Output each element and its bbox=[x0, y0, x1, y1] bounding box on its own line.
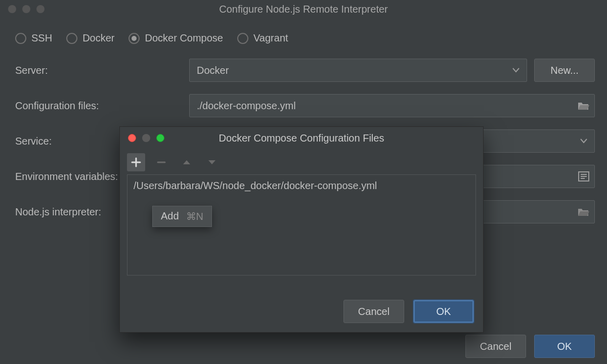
tooltip-label: Add bbox=[161, 210, 179, 222]
label-config-files: Configuration files: bbox=[15, 100, 182, 112]
radio-label: Docker bbox=[82, 32, 114, 44]
plus-icon bbox=[131, 157, 141, 167]
traffic-minimize-icon[interactable] bbox=[22, 5, 30, 13]
row-config-files: Configuration files: ./docker-compose.ym… bbox=[15, 94, 595, 118]
traffic-lights bbox=[128, 134, 164, 142]
add-button[interactable] bbox=[127, 153, 145, 171]
radio-ssh[interactable]: SSH bbox=[15, 32, 52, 44]
chevron-down-icon bbox=[512, 68, 519, 73]
dialog-ok-button[interactable]: OK bbox=[413, 300, 474, 323]
config-files-input[interactable]: ./docker-compose.yml bbox=[189, 94, 595, 117]
window-titlebar: Configure Node.js Remote Interpreter bbox=[0, 0, 607, 18]
interpreter-type-radio-group: SSH Docker Docker Compose Vagrant bbox=[15, 32, 595, 44]
button-label: OK bbox=[437, 306, 451, 317]
button-label: OK bbox=[557, 341, 572, 352]
dialog-title: Docker Compose Configuration Files bbox=[127, 132, 476, 144]
ok-button[interactable]: OK bbox=[534, 335, 595, 358]
chevron-up-icon bbox=[182, 159, 191, 166]
radio-docker-compose[interactable]: Docker Compose bbox=[128, 32, 223, 44]
button-label: Cancel bbox=[480, 341, 511, 352]
traffic-close-icon[interactable] bbox=[8, 5, 16, 13]
window-title: Configure Node.js Remote Interpreter bbox=[7, 4, 600, 15]
radio-icon bbox=[128, 33, 140, 44]
dialog-footer: Cancel OK bbox=[343, 300, 474, 323]
radio-icon bbox=[66, 33, 77, 44]
dialog-titlebar: Docker Compose Configuration Files bbox=[120, 127, 483, 149]
traffic-zoom-icon[interactable] bbox=[36, 5, 45, 13]
list-item[interactable]: /Users/barbara/WS/node_docker/docker-com… bbox=[134, 180, 469, 192]
move-down-button[interactable] bbox=[203, 153, 221, 171]
traffic-close-icon[interactable] bbox=[128, 134, 136, 142]
folder-open-icon[interactable] bbox=[577, 207, 589, 217]
config-files-dialog: Docker Compose Configuration Files /User… bbox=[119, 126, 484, 333]
radio-icon bbox=[237, 33, 248, 44]
row-server: Server: Docker New... bbox=[15, 58, 595, 82]
move-up-button[interactable] bbox=[178, 153, 196, 171]
button-label: Cancel bbox=[358, 306, 389, 317]
chevron-down-icon bbox=[207, 159, 216, 166]
chevron-down-icon bbox=[580, 139, 587, 144]
radio-label: Vagrant bbox=[253, 32, 288, 44]
list-edit-icon[interactable] bbox=[578, 171, 589, 181]
dialog-toolbar bbox=[120, 149, 483, 174]
add-tooltip: Add ⌘N bbox=[152, 206, 212, 227]
server-select[interactable]: Docker bbox=[189, 59, 527, 82]
radio-docker[interactable]: Docker bbox=[66, 32, 114, 44]
minus-icon bbox=[156, 157, 166, 167]
new-server-button[interactable]: New... bbox=[534, 59, 595, 82]
traffic-lights bbox=[8, 5, 45, 13]
config-files-value: ./docker-compose.yml bbox=[197, 100, 296, 112]
traffic-zoom-icon[interactable] bbox=[156, 134, 164, 142]
radio-vagrant[interactable]: Vagrant bbox=[237, 32, 288, 44]
label-server: Server: bbox=[15, 65, 182, 76]
cancel-button[interactable]: Cancel bbox=[465, 335, 526, 358]
radio-label: SSH bbox=[31, 32, 52, 44]
folder-open-icon[interactable] bbox=[577, 101, 589, 111]
server-select-value: Docker bbox=[197, 65, 229, 76]
remove-button[interactable] bbox=[152, 153, 170, 171]
radio-label: Docker Compose bbox=[145, 32, 223, 44]
radio-icon bbox=[15, 33, 26, 44]
traffic-minimize-icon[interactable] bbox=[142, 134, 150, 142]
button-label: New... bbox=[550, 65, 579, 76]
dialog-cancel-button[interactable]: Cancel bbox=[343, 300, 404, 323]
window-footer: Cancel OK bbox=[465, 335, 595, 358]
tooltip-shortcut: ⌘N bbox=[186, 210, 203, 222]
